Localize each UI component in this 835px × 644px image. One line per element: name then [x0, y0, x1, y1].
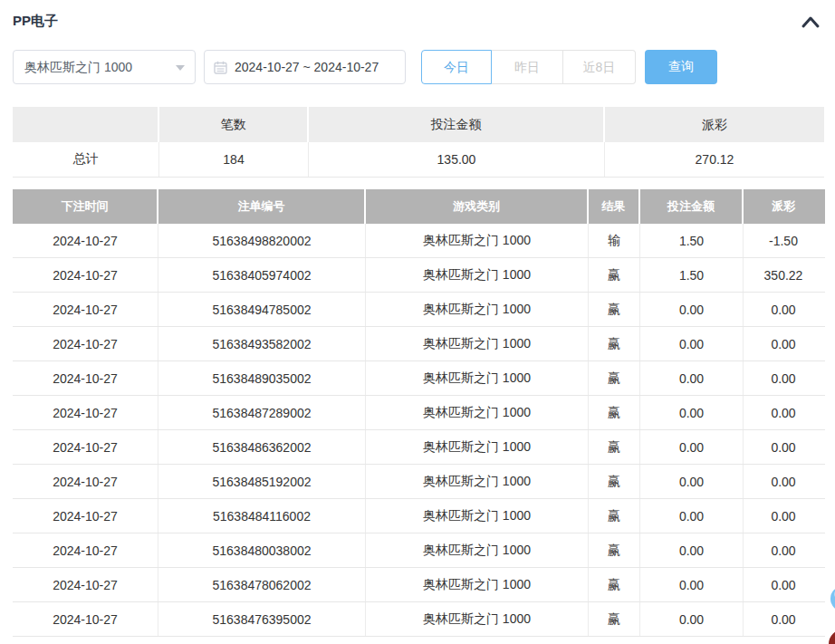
table-cell: -1.50: [744, 224, 823, 257]
table-cell: 2024-10-27: [13, 224, 158, 257]
table-cell: 奥林匹斯之门 1000: [366, 499, 589, 533]
table-cell: 1.50: [640, 258, 744, 292]
table-cell: 0.00: [744, 568, 823, 601]
floating-service-button[interactable]: [830, 586, 835, 611]
quick-date-button-group: 今日昨日近8日: [421, 50, 636, 84]
caret-down-icon: [176, 65, 185, 71]
table-cell: 0.00: [640, 327, 744, 360]
table-cell: 350.22: [744, 258, 823, 292]
table-cell: 赢: [589, 568, 640, 601]
table-cell: 0.00: [640, 361, 744, 395]
filter-bar: 奥林匹斯之门 1000 2024-10-27 ~ 2024-10-27 今日昨日…: [13, 50, 822, 84]
table-cell: 0.00: [744, 430, 823, 464]
table-cell: 赢: [589, 396, 640, 429]
table-cell: 0.00: [744, 533, 823, 567]
calendar-icon: [214, 61, 227, 78]
table-cell: 0.00: [640, 602, 744, 636]
summary-total-row: 总计184135.00270.12: [13, 142, 824, 178]
summary-header-cell: 笔数: [159, 107, 309, 142]
table-row: 2024-10-2751638486362002奥林匹斯之门 1000赢0.00…: [13, 430, 825, 465]
table-cell: 2024-10-27: [13, 396, 158, 429]
table-cell: 赢: [589, 499, 640, 533]
table-cell: 奥林匹斯之门 1000: [366, 396, 589, 429]
table-cell: 51638493582002: [158, 327, 366, 360]
table-cell: 0.00: [744, 465, 823, 498]
pp-electronic-report-panel: PP电子 奥林匹斯之门 1000 2024-10-27 ~ 2024-10-: [0, 0, 835, 644]
table-row: 2024-10-2751638493582002奥林匹斯之门 1000赢0.00…: [13, 327, 825, 361]
table-cell: 51638480038002: [158, 533, 366, 567]
table-cell: 0.00: [744, 499, 823, 533]
table-cell: 0.00: [744, 396, 823, 429]
table-cell: 0.00: [640, 499, 744, 533]
table-cell: 奥林匹斯之门 1000: [366, 258, 589, 292]
table-header-cell: 投注金额: [640, 189, 744, 224]
date-range-value: 2024-10-27 ~ 2024-10-27: [235, 51, 379, 83]
table-cell: 0.00: [640, 533, 744, 567]
table-cell: 51638476395002: [158, 602, 366, 636]
game-select[interactable]: 奥林匹斯之门 1000: [13, 50, 196, 84]
table-cell: 51638486362002: [158, 430, 366, 464]
table-cell: 2024-10-27: [13, 602, 158, 636]
table-row: 2024-10-2751638480038002奥林匹斯之门 1000赢0.00…: [13, 533, 825, 568]
table-cell: 2024-10-27: [13, 361, 158, 395]
date-range-picker[interactable]: 2024-10-27 ~ 2024-10-27: [204, 50, 406, 84]
table-cell: 51638498820002: [158, 224, 366, 257]
summary-header-row: 笔数投注金额派彩: [13, 107, 824, 142]
table-cell: 奥林匹斯之门 1000: [366, 533, 589, 567]
quick-date-button-今日[interactable]: 今日: [421, 50, 492, 84]
table-header-cell: 游戏类别: [366, 189, 589, 224]
page-title: PP电子: [13, 13, 58, 30]
collapse-panel-button[interactable]: [801, 14, 821, 31]
summary-value-cell: 135.00: [309, 142, 605, 177]
search-button[interactable]: 查询: [645, 50, 717, 84]
table-cell: 51638484116002: [158, 499, 366, 533]
table-cell: 0.00: [744, 602, 823, 636]
table-cell: 0.00: [744, 361, 823, 395]
table-cell: 赢: [589, 465, 640, 498]
table-cell: 赢: [589, 533, 640, 567]
table-header-cell: 派彩: [744, 189, 823, 224]
table-row: 2024-10-2751638476395002奥林匹斯之门 1000赢0.00…: [13, 602, 825, 637]
table-cell: 奥林匹斯之门 1000: [366, 465, 589, 498]
summary-header-cell: [13, 107, 159, 142]
summary-header-cell: 派彩: [605, 107, 824, 142]
table-cell: 2024-10-27: [13, 533, 158, 567]
table-body: 2024-10-2751638498820002奥林匹斯之门 1000输1.50…: [13, 224, 825, 637]
table-cell: 51638487289002: [158, 396, 366, 429]
table-row: 2024-10-2751638485192002奥林匹斯之门 1000赢0.00…: [13, 465, 825, 499]
quick-date-button-近8日[interactable]: 近8日: [563, 50, 636, 84]
table-header-cell: 注单编号: [158, 189, 366, 224]
table-cell: 51638494785002: [158, 293, 366, 326]
table-row: 2024-10-2751638489035002奥林匹斯之门 1000赢0.00…: [13, 361, 825, 396]
floating-action-button[interactable]: [829, 630, 835, 644]
table-cell: 赢: [589, 258, 640, 292]
table-header-row: 下注时间注单编号游戏类别结果投注金额派彩: [13, 189, 825, 224]
table-cell: 0.00: [640, 430, 744, 464]
summary-value-cell: 270.12: [605, 142, 824, 177]
table-cell: 奥林匹斯之门 1000: [366, 293, 589, 326]
table-header-cell: 结果: [589, 189, 640, 224]
table-cell: 2024-10-27: [13, 327, 158, 360]
table-cell: 赢: [589, 430, 640, 464]
table-cell: 2024-10-27: [13, 430, 158, 464]
table-cell: 奥林匹斯之门 1000: [366, 602, 589, 636]
table-row: 2024-10-2751638498820002奥林匹斯之门 1000输1.50…: [13, 224, 825, 258]
table-cell: 0.00: [640, 293, 744, 326]
bet-records-table: 下注时间注单编号游戏类别结果投注金额派彩 2024-10-27516384988…: [13, 189, 825, 637]
table-row: 2024-10-2751638478062002奥林匹斯之门 1000赢0.00…: [13, 568, 825, 602]
table-cell: 51638405974002: [158, 258, 366, 292]
table-cell: 2024-10-27: [13, 568, 158, 601]
quick-date-button-昨日[interactable]: 昨日: [492, 50, 563, 84]
table-cell: 赢: [589, 327, 640, 360]
table-row: 2024-10-2751638405974002奥林匹斯之门 1000赢1.50…: [13, 258, 825, 293]
summary-value-cell: 总计: [13, 142, 159, 177]
game-select-value: 奥林匹斯之门 1000: [24, 51, 132, 83]
table-cell: 51638489035002: [158, 361, 366, 395]
table-cell: 2024-10-27: [13, 499, 158, 533]
table-cell: 1.50: [640, 224, 744, 257]
table-cell: 赢: [589, 293, 640, 326]
summary-table: 笔数投注金额派彩 总计184135.00270.12: [13, 107, 824, 178]
table-cell: 0.00: [744, 327, 823, 360]
table-cell: 0.00: [640, 568, 744, 601]
table-cell: 奥林匹斯之门 1000: [366, 224, 589, 257]
